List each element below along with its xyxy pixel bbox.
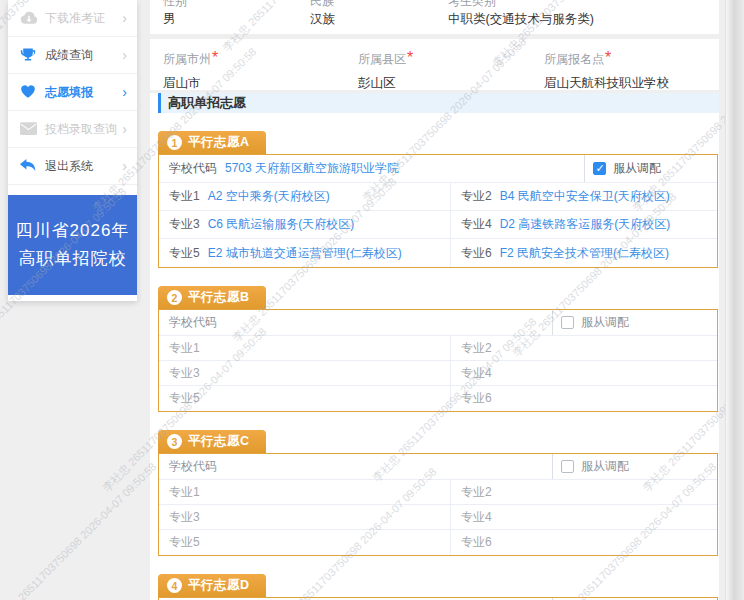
main-content: 性别 男 民族 汉族 考生类别 中职类(交通技术与服务类) 所属市州* 眉山市 … <box>150 0 719 600</box>
tab-number-badge: 2 <box>167 290 182 305</box>
major-row: 专业3 专业4 <box>159 505 717 530</box>
obey-cell: 服从调配 <box>552 454 717 479</box>
major-slot-6[interactable]: 专业6 <box>451 530 717 555</box>
obey-label: 服从调配 <box>581 458 629 475</box>
field-gender: 性别 男 <box>163 0 310 34</box>
field-label: 所属市州 <box>163 52 211 66</box>
banner-line2: 高职单招院校 <box>12 245 133 273</box>
major-label: 专业6 <box>461 245 492 262</box>
school-row: 学校代码 服从调配 <box>159 310 717 336</box>
major-slot-4[interactable]: 专业4 <box>451 505 717 529</box>
major-slot-4[interactable]: 专业4 <box>451 361 717 385</box>
school-link[interactable]: 5703 天府新区航空旅游职业学院 <box>225 160 399 177</box>
major-value: B4 民航空中安全保卫(天府校区) <box>500 188 670 205</box>
major-slot-2[interactable]: 专业2 <box>451 480 717 504</box>
major-slot-2[interactable]: 专业2B4 民航空中安全保卫(天府校区) <box>451 183 717 210</box>
tab-number-badge: 4 <box>167 578 182 593</box>
major-row: 专业1 专业2 <box>159 336 717 361</box>
chevron-right-icon: › <box>122 122 127 136</box>
chevron-right-icon: › <box>122 11 127 25</box>
major-label: 专业6 <box>461 390 492 407</box>
profile-row-basic: 性别 男 民族 汉族 考生类别 中职类(交通技术与服务类) <box>150 0 719 34</box>
major-value: A2 空中乘务(天府校区) <box>208 188 330 205</box>
field-value: 眉山天航科技职业学校 <box>544 75 719 92</box>
obey-checkbox[interactable] <box>593 162 606 175</box>
volunteer-section-c: 3 平行志愿C 学校代码 服从调配 专业1 专业2 <box>158 430 718 556</box>
major-slot-1[interactable]: 专业1 <box>159 480 451 504</box>
field-value: 眉山市 <box>163 75 358 92</box>
field-label: 民族 <box>310 0 448 6</box>
volunteer-tab-a: 1 平行志愿A <box>158 131 266 154</box>
major-slot-6[interactable]: 专业6 <box>451 386 717 411</box>
field-ethnicity: 民族 汉族 <box>310 0 448 34</box>
major-slot-1[interactable]: 专业1 <box>159 336 451 360</box>
obey-checkbox[interactable] <box>561 316 574 329</box>
required-asterisk: * <box>407 49 413 66</box>
heart-icon <box>20 84 38 100</box>
field-district: 所属县区* 彭山区 <box>358 49 544 90</box>
tab-title: 平行志愿D <box>188 577 250 594</box>
major-label: 专业5 <box>169 534 200 551</box>
watermark-text: 李社忠 26511703750698 2026-04-07 09:50:58 <box>0 460 160 600</box>
sidebar-item-label: 退出系统 <box>45 158 122 175</box>
major-row: 专业3C6 民航运输服务(天府校区) 专业4D2 高速铁路客运服务(天府校区) <box>159 211 717 239</box>
major-label: 专业3 <box>169 216 200 233</box>
school-code-label: 学校代码 <box>169 160 217 177</box>
major-row: 专业5 专业6 <box>159 530 717 555</box>
major-label: 专业4 <box>461 509 492 526</box>
field-city: 所属市州* 眉山市 <box>163 49 358 90</box>
sidebar-item-admission-query[interactable]: 投档录取查询 › <box>8 111 137 148</box>
page-section-header: 高职单招志愿 <box>158 93 719 113</box>
volunteer-panel: 高职单招志愿 1 平行志愿A 学校代码 5703 天府新区航空旅游职业学院 服从… <box>150 93 719 600</box>
major-slot-3[interactable]: 专业3C6 民航运输服务(天府校区) <box>159 211 451 238</box>
chevron-right-icon: › <box>122 159 127 173</box>
field-value: 中职类(交通技术与服务类) <box>448 11 719 28</box>
field-value: 彭山区 <box>358 75 544 92</box>
school-cell[interactable]: 学校代码 5703 天府新区航空旅游职业学院 <box>159 160 584 177</box>
major-slot-5[interactable]: 专业5 <box>159 530 451 555</box>
major-value: E2 城市轨道交通运营管理(仁寿校区) <box>208 245 402 262</box>
reply-icon <box>20 158 38 174</box>
sidebar-banner: 四川省2026年 高职单招院校 <box>8 195 137 295</box>
sidebar-item-exit-system[interactable]: 退出系统 › <box>8 148 137 185</box>
major-slot-5[interactable]: 专业5 <box>159 386 451 411</box>
major-value: F2 民航安全技术管理(仁寿校区) <box>500 245 669 262</box>
major-slot-5[interactable]: 专业5E2 城市轨道交通运营管理(仁寿校区) <box>159 239 451 267</box>
obey-checkbox[interactable] <box>561 460 574 473</box>
field-signup-point: 所属报名点* 眉山天航科技职业学校 <box>544 49 719 90</box>
sidebar-item-download-ticket[interactable]: 下载准考证 › <box>8 0 137 37</box>
banner-line1: 四川省2026年 <box>12 217 133 245</box>
major-label: 专业4 <box>461 216 492 233</box>
school-cell[interactable]: 学校代码 <box>159 458 552 475</box>
major-slot-1[interactable]: 专业1A2 空中乘务(天府校区) <box>159 183 451 210</box>
sidebar-item-volunteer-fill[interactable]: 志愿填报 › <box>8 74 137 111</box>
required-asterisk: * <box>212 49 218 66</box>
scrollbar[interactable] <box>725 0 744 600</box>
field-value: 男 <box>163 11 310 28</box>
major-label: 专业1 <box>169 484 200 501</box>
major-slot-3[interactable]: 专业3 <box>159 361 451 385</box>
volunteer-table: 学校代码 5703 天府新区航空旅游职业学院 服从调配 专业1A2 空中乘务(天… <box>158 154 718 268</box>
major-slot-4[interactable]: 专业4D2 高速铁路客运服务(天府校区) <box>451 211 717 238</box>
tab-title: 平行志愿C <box>188 433 250 450</box>
major-slot-2[interactable]: 专业2 <box>451 336 717 360</box>
field-label: 所属县区 <box>358 52 406 66</box>
major-row: 专业1A2 空中乘务(天府校区) 专业2B4 民航空中安全保卫(天府校区) <box>159 183 717 211</box>
tab-number-badge: 3 <box>167 434 182 449</box>
sidebar-item-score-query[interactable]: 成绩查询 › <box>8 37 137 74</box>
volunteer-section-d: 4 平行志愿D 学校代码 服从调配 专业1 专业2 <box>158 574 718 600</box>
page-title: 高职单招志愿 <box>168 94 246 112</box>
major-value: C6 民航运输服务(天府校区) <box>208 216 355 233</box>
major-slot-6[interactable]: 专业6F2 民航安全技术管理(仁寿校区) <box>451 239 717 267</box>
school-code-label: 学校代码 <box>169 314 217 331</box>
chevron-right-icon: › <box>122 85 127 99</box>
major-label: 专业6 <box>461 534 492 551</box>
required-asterisk: * <box>605 49 611 66</box>
school-cell[interactable]: 学校代码 <box>159 314 552 331</box>
sidebar-item-label: 成绩查询 <box>45 47 122 64</box>
major-slot-3[interactable]: 专业3 <box>159 505 451 529</box>
obey-cell: 服从调配 <box>584 155 717 182</box>
major-label: 专业1 <box>169 188 200 205</box>
volunteer-section-a: 1 平行志愿A 学校代码 5703 天府新区航空旅游职业学院 服从调配 专业1A… <box>158 131 718 268</box>
volunteer-table: 学校代码 服从调配 专业1 专业2 专业3 专业4 <box>158 453 718 556</box>
